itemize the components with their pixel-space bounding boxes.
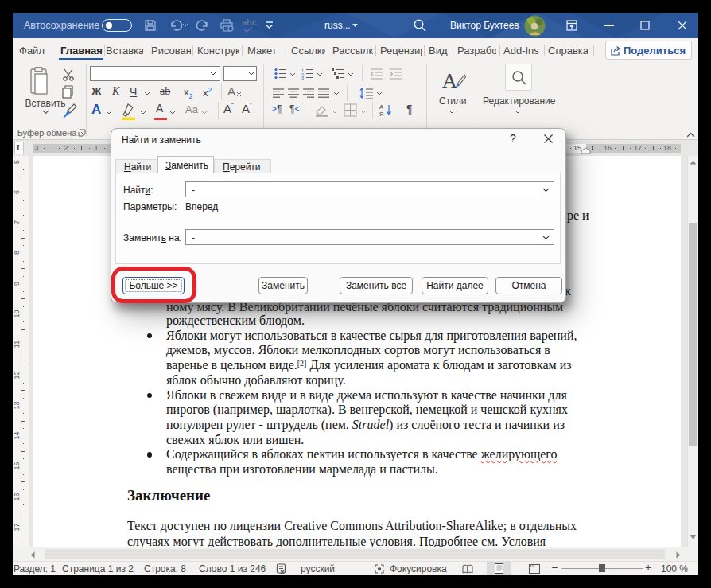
svg-text:А: А xyxy=(379,103,383,111)
svg-text:Я: Я xyxy=(379,111,383,116)
svg-text:А: А xyxy=(227,84,235,98)
svg-text:А: А xyxy=(442,69,457,92)
svg-text:3: 3 xyxy=(301,76,304,80)
